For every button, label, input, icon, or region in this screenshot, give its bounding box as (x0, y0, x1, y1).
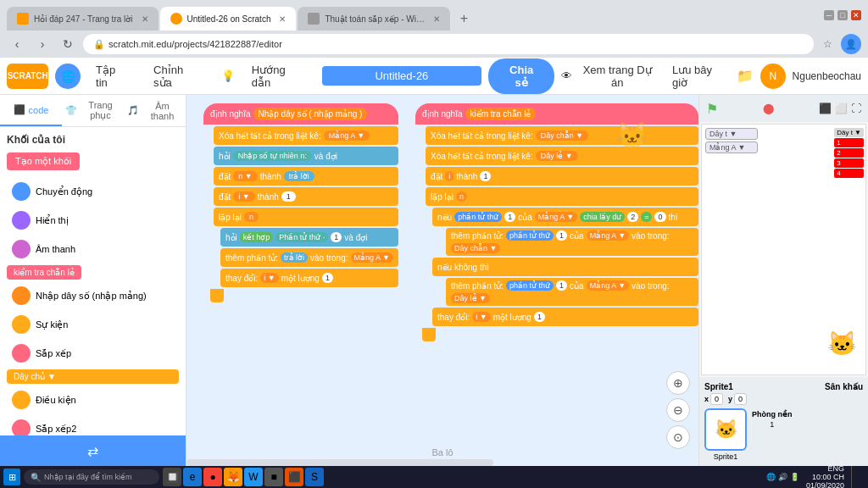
tab-sound[interactable]: 🎵 Âm thanh (124, 95, 186, 126)
tab-close-2[interactable]: ✕ (279, 14, 286, 24)
taskbar-search[interactable]: 🔍 Nhập tại đây để tìm kiếm (24, 469, 159, 485)
thay-doi-block[interactable]: thay đổi: i ▼ một lượng 1 (220, 269, 398, 287)
close-btn[interactable]: ✕ (851, 10, 861, 20)
tab-hodap[interactable]: Hỏi đáp 247 - Trang tra lời ✕ (7, 7, 159, 30)
new-tab-button[interactable]: + (452, 7, 476, 30)
day-chan-dropdown[interactable]: Dây chẵn ▼ (536, 130, 588, 141)
them-chan-block[interactable]: thêm phần tử: phần tử thứ 1 của Mảng A ▼… (446, 228, 698, 256)
hoi-kethop-block[interactable]: hỏi kết hợp Phần tử thứ · 1 và đợi (220, 228, 398, 247)
reload-button[interactable]: ↻ (58, 34, 78, 54)
them-le-block[interactable]: thêm phần tử: phần tử thứ 1 của Mảng A ▼… (446, 278, 698, 306)
taskbar-app-5[interactable]: ■ (264, 468, 283, 486)
control-dot (12, 391, 31, 409)
hat-block-left[interactable]: định nghĩa Nhập dây số ( nhập mảng ) (203, 103, 398, 125)
zoom-out-button[interactable]: ⊖ (666, 398, 690, 422)
tab-wiki[interactable]: Thuật toán sắp xếp - Wikipedia ✕ (298, 7, 450, 30)
tab-close-3[interactable]: ✕ (433, 14, 440, 24)
day-le-btn[interactable]: Dây lẻ ▼ (451, 293, 490, 303)
i-dropdown1[interactable]: i ▼ (260, 273, 278, 283)
profile-icon[interactable]: 👤 (841, 34, 861, 54)
tab-close-1[interactable]: ✕ (142, 14, 148, 24)
mini-block-daychu[interactable]: Dây chủ ▼ (7, 369, 179, 384)
stage-small-icon[interactable]: ⬛ (819, 103, 832, 114)
taskbar-app-6[interactable]: ⬛ (285, 468, 303, 486)
tab-scratch[interactable]: Untitled-26 on Scratch ✕ (160, 7, 297, 30)
bookmark-star-icon[interactable]: ☆ (819, 36, 836, 53)
nhap-so-input[interactable]: Nhập số tự nhiên n: (233, 151, 312, 161)
stage-fullscreen-icon[interactable]: ⛶ (851, 103, 861, 114)
menu-chinhua[interactable]: Chỉnh sửa (145, 58, 213, 94)
new-block-button[interactable]: Tạo một khối (7, 152, 80, 170)
xoa-day-le[interactable]: Xóa hết tất cả trong liệt kê: Dây lẻ ▼ (426, 147, 698, 165)
cat-sound[interactable]: Âm thanh (0, 235, 186, 263)
restore-btn[interactable]: □ (837, 10, 848, 20)
taskbar-app-word[interactable]: W (244, 468, 263, 486)
dat-i-right[interactable]: đặt i thành 1 (426, 167, 698, 186)
cat-sort[interactable]: Sắp xếp (0, 339, 186, 368)
forward-button[interactable]: › (32, 34, 53, 54)
globe-button[interactable]: 🌐 (55, 64, 81, 89)
sprite-thumbnail[interactable]: 🐱 (704, 408, 747, 451)
manga-chan[interactable]: Mảng A ▼ (587, 230, 629, 241)
dat-i-block[interactable]: đặt i ▼ thành 1 (214, 187, 398, 206)
taskbar-app-firefox[interactable]: 🦊 (224, 468, 242, 486)
share-button[interactable]: Chia sẻ (488, 58, 554, 94)
menu-taptin[interactable]: Tập tin (87, 58, 138, 94)
cat-input[interactable]: Nhập dây số (nhập mảng) (0, 281, 186, 310)
minimize-btn[interactable]: ─ (824, 10, 834, 20)
neu-block[interactable]: nếu phần tử thứ 1 của Mảng A ▼ chia lấy … (432, 208, 698, 226)
cat-motion[interactable]: Chuyển động (0, 177, 186, 206)
stage-large-icon[interactable]: ⬜ (835, 103, 848, 114)
day-chan-btn[interactable]: Dây chẵn ▼ (451, 243, 500, 253)
script-area[interactable]: định nghĩa Nhập dây số ( nhập mảng ) Xóa… (186, 95, 698, 466)
n-var-dropdown[interactable]: n ▼ (233, 171, 257, 181)
xoa-het-block[interactable]: Xóa hết tất cả trong liệt kê: Mảng A ▼ (214, 126, 398, 145)
add-extension-button[interactable]: ⇄ (0, 435, 186, 466)
i-dropdown2[interactable]: i ▼ (472, 312, 490, 322)
stop-button[interactable]: ⬤ (763, 103, 774, 114)
cat-looks[interactable]: Hiển thị (0, 206, 186, 235)
neu-khong-block[interactable]: nếu không thì (432, 258, 698, 276)
menu-guide[interactable]: Hướng dẫn (243, 58, 315, 94)
tab-code[interactable]: ⬛ code (0, 95, 62, 126)
mang-a-dropdown[interactable]: Mảng A ▼ (324, 130, 370, 141)
taskbar-app-chrome[interactable]: ● (203, 468, 222, 486)
xoa-day-chan[interactable]: Xóa hết tất cả trong liệt kê: Dây chẵn ▼ (426, 126, 698, 145)
them-phan-tu-block[interactable]: thêm phần tử: trả lời vào trong: Mảng A … (220, 248, 398, 267)
cat-events[interactable]: Sự kiện (0, 310, 186, 339)
taskbar-app-7[interactable]: S (305, 468, 324, 486)
hat-block-right[interactable]: định nghĩa kiểm tra chẵn lẻ (415, 103, 698, 125)
cat-control[interactable]: Điều kiện (0, 385, 186, 414)
lap-lai-right[interactable]: lặp lại n (426, 187, 698, 206)
script-scrollbar[interactable] (186, 459, 493, 466)
i-var-dropdown[interactable]: i ▼ (233, 191, 254, 202)
thay-doi-right[interactable]: thay đổi: i ▼ một lượng 1 (432, 308, 698, 326)
zoom-reset-button[interactable]: ⊙ (666, 425, 690, 449)
sprite-thumb-container[interactable]: 🐱 Sprite1 (704, 408, 747, 461)
tab-costume[interactable]: 👕 Trang phục (62, 95, 124, 126)
project-name-input[interactable] (322, 66, 481, 86)
view-project-button[interactable]: 👁 Xem trang Dự án (561, 64, 659, 89)
green-flag-button[interactable]: ⚑ (706, 101, 718, 117)
folder-icon[interactable]: 📁 (737, 68, 754, 84)
lap-lai-block[interactable]: lặp lại n (214, 208, 398, 226)
taskbar-app-cortana[interactable]: 🔲 (163, 468, 181, 486)
back-button[interactable]: ‹ (7, 34, 27, 54)
cat-sort2[interactable]: Sắp xếp2 (0, 414, 186, 435)
dat-n-block[interactable]: đặt n ▼ thành trả lời (214, 167, 398, 186)
user-avatar[interactable]: N (760, 64, 786, 89)
zoom-in-button[interactable]: ⊕ (666, 371, 690, 395)
manga-dropdown2[interactable]: Mảng A ▼ (351, 252, 393, 263)
mini-block-checkeven[interactable]: kiểm tra chẵn lẻ (7, 265, 81, 280)
start-button[interactable]: ⊞ (3, 469, 20, 485)
show-desktop-button[interactable] (851, 466, 865, 488)
day-le-dropdown[interactable]: Dây lẻ ▼ (536, 151, 578, 161)
manga-le[interactable]: Mảng A ▼ (587, 280, 629, 291)
taskbar-app-edge[interactable]: e (183, 468, 202, 486)
address-bar[interactable]: 🔒 scratch.mit.edu/projects/421822887/edi… (83, 34, 814, 54)
hoi-block[interactable]: hỏi Nhập số tự nhiên n: và đợi (214, 147, 398, 165)
save-button[interactable]: Lưu bây giờ (672, 64, 730, 89)
tra-loi-val: trả lời (284, 171, 314, 181)
i-var-right[interactable]: i (445, 171, 453, 181)
manga-dropdown3[interactable]: Mảng A ▼ (535, 212, 577, 222)
